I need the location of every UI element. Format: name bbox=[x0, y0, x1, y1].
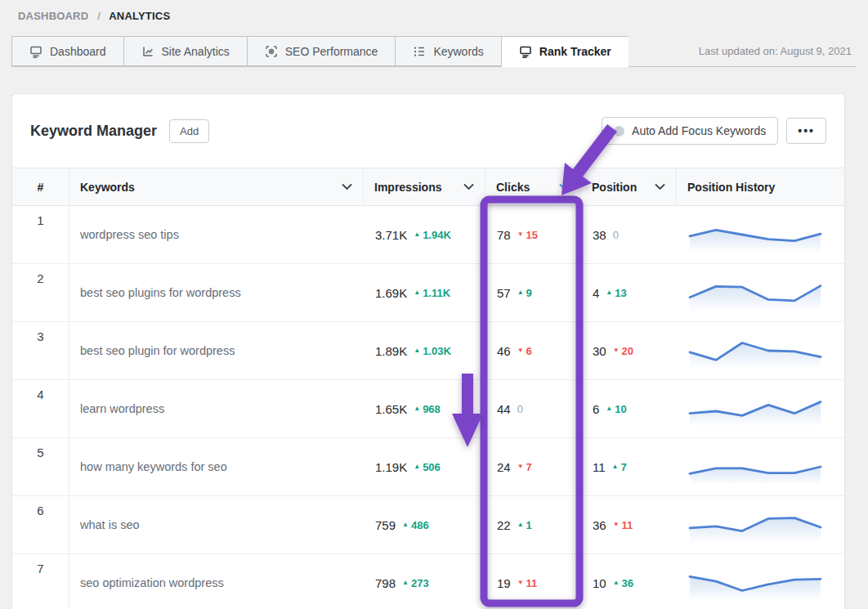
breadcrumb-dashboard[interactable]: DASHBOARD bbox=[18, 10, 88, 22]
column-header-clicks[interactable]: Clicks bbox=[485, 168, 581, 205]
metric-value: 11 bbox=[593, 460, 606, 474]
metric-value: 759 bbox=[375, 518, 396, 532]
more-options-button[interactable]: ••• bbox=[786, 118, 826, 144]
position-cell: 11▲7 bbox=[581, 438, 677, 495]
impressions-cell: 1.89K▲1.03K bbox=[364, 322, 485, 379]
column-header-number: # bbox=[12, 168, 69, 205]
metric-delta: ▼15 bbox=[517, 229, 538, 241]
table-row[interactable]: 3 best seo plugin for wordpress 1.89K▲1.… bbox=[12, 322, 844, 380]
table-row[interactable]: 7 seo optimization wordpress 798▲273 19▼… bbox=[12, 554, 844, 609]
table-row[interactable]: 2 best seo plugins for wordpress 1.69K▲1… bbox=[12, 264, 844, 322]
last-updated-text: Last updated on: August 9, 2021 bbox=[699, 45, 857, 57]
tab-rank-tracker[interactable]: Rank Tracker bbox=[501, 36, 629, 67]
delta-up-triangle-icon: ▲ bbox=[402, 522, 409, 528]
keyword-cell[interactable]: seo optimization wordpress bbox=[69, 554, 364, 609]
keyword-cell[interactable]: learn wordpress bbox=[69, 380, 364, 437]
position-cell: 380 bbox=[581, 206, 677, 263]
position-history-cell bbox=[677, 554, 844, 609]
table-row[interactable]: 6 what is seo 759▲486 22▲1 36▼11 bbox=[12, 496, 844, 554]
metric-value: 22 bbox=[497, 518, 511, 532]
metric-delta: 0 bbox=[613, 229, 619, 241]
keyword-cell[interactable]: best seo plugin for wordpress bbox=[69, 322, 364, 379]
position-cell: 36▼11 bbox=[581, 496, 677, 553]
table-row[interactable]: 1 wordpress seo tips 3.71K▲1.94K 78▼15 3… bbox=[12, 206, 844, 264]
metric-delta: ▲968 bbox=[414, 403, 441, 415]
keywords-table: # Keywords Impressions Clicks bbox=[12, 168, 844, 609]
metric-delta: ▼6 bbox=[517, 345, 532, 357]
keyword-cell[interactable]: how many keywords for seo bbox=[69, 438, 364, 495]
delta-up-triangle-icon: ▲ bbox=[517, 522, 524, 528]
rank-tracker-icon bbox=[519, 45, 532, 58]
position-history-sparkline bbox=[687, 275, 823, 311]
delta-up-triangle-icon: ▲ bbox=[606, 405, 612, 412]
metric-value: 44 bbox=[497, 402, 511, 416]
breadcrumb-separator: / bbox=[97, 10, 101, 22]
sort-chevron-clicks-icon[interactable] bbox=[559, 183, 570, 190]
tab-dashboard[interactable]: Dashboard bbox=[11, 36, 123, 66]
clicks-cell: 24▼7 bbox=[485, 438, 581, 495]
table-row[interactable]: 4 learn wordpress 1.65K▲968 440 6▲10 bbox=[12, 380, 844, 438]
column-header-keywords[interactable]: Keywords bbox=[69, 168, 364, 205]
keyword-cell[interactable]: wordpress seo tips bbox=[69, 206, 364, 263]
position-cell: 30▼20 bbox=[581, 322, 677, 379]
metric-delta: ▲1.94K bbox=[414, 229, 451, 241]
metric-delta: ▲486 bbox=[402, 519, 429, 531]
metric-delta: ▲13 bbox=[606, 287, 626, 299]
delta-down-triangle-icon: ▼ bbox=[517, 231, 524, 238]
impressions-cell: 1.65K▲968 bbox=[364, 380, 485, 437]
row-number: 5 bbox=[12, 438, 69, 495]
impressions-cell: 3.71K▲1.94K bbox=[364, 206, 485, 263]
row-number: 3 bbox=[12, 322, 69, 379]
row-number: 7 bbox=[12, 554, 69, 609]
tab-seo-performance[interactable]: SEO Performance bbox=[247, 36, 396, 66]
position-history-cell bbox=[677, 380, 844, 437]
metric-value: 57 bbox=[497, 286, 511, 300]
delta-up-triangle-icon: ▲ bbox=[414, 231, 420, 238]
sort-chevron-keywords-icon[interactable] bbox=[342, 183, 352, 190]
position-history-cell bbox=[677, 438, 844, 495]
delta-up-triangle-icon: ▲ bbox=[613, 580, 620, 586]
delta-up-triangle-icon: ▲ bbox=[612, 463, 619, 470]
sort-chevron-impressions-icon[interactable] bbox=[463, 183, 474, 190]
delta-down-triangle-icon: ▼ bbox=[517, 463, 524, 470]
clicks-cell: 440 bbox=[485, 380, 581, 437]
auto-add-focus-keywords-button[interactable]: Auto Add Focus Keywords bbox=[602, 117, 778, 145]
impressions-cell: 759▲486 bbox=[364, 496, 485, 553]
site-analytics-icon bbox=[141, 45, 154, 58]
column-header-position[interactable]: Position bbox=[581, 168, 677, 205]
impressions-cell: 1.69K▲1.11K bbox=[364, 264, 485, 321]
delta-up-triangle-icon: ▲ bbox=[414, 463, 420, 470]
tab-label: SEO Performance bbox=[285, 45, 378, 58]
position-history-cell bbox=[677, 264, 844, 321]
dashboard-icon bbox=[29, 45, 43, 58]
metric-value: 6 bbox=[593, 402, 599, 416]
metric-value: 30 bbox=[593, 344, 606, 358]
delta-up-triangle-icon: ▲ bbox=[414, 347, 420, 354]
delta-down-triangle-icon: ▼ bbox=[517, 580, 524, 586]
keywords-icon bbox=[413, 45, 426, 58]
metric-value: 798 bbox=[375, 576, 396, 590]
column-header-impressions[interactable]: Impressions bbox=[364, 168, 485, 205]
position-history-sparkline bbox=[687, 449, 823, 485]
tab-label: Keywords bbox=[433, 45, 483, 58]
metric-value: 1.65K bbox=[375, 402, 407, 416]
table-body: 1 wordpress seo tips 3.71K▲1.94K 78▼15 3… bbox=[12, 206, 844, 609]
position-history-sparkline bbox=[687, 565, 823, 601]
metric-delta: ▼20 bbox=[613, 345, 633, 357]
tab-site-analytics[interactable]: Site Analytics bbox=[123, 36, 247, 66]
keyword-cell[interactable]: best seo plugins for wordpress bbox=[69, 264, 364, 321]
position-cell: 4▲13 bbox=[581, 264, 677, 321]
position-history-sparkline bbox=[687, 217, 823, 253]
tab-keywords[interactable]: Keywords bbox=[395, 36, 500, 66]
sort-chevron-position-icon[interactable] bbox=[655, 183, 665, 190]
metric-delta: ▲1.11K bbox=[414, 287, 450, 299]
row-number: 2 bbox=[12, 264, 69, 321]
row-number: 6 bbox=[12, 496, 69, 553]
metric-delta: ▼11 bbox=[613, 519, 633, 531]
table-row[interactable]: 5 how many keywords for seo 1.19K▲506 24… bbox=[12, 438, 844, 496]
metric-value: 1.19K bbox=[375, 460, 407, 474]
keyword-cell[interactable]: what is seo bbox=[69, 496, 364, 553]
tab-label: Dashboard bbox=[50, 45, 106, 58]
add-keyword-button[interactable]: Add bbox=[169, 119, 209, 143]
metric-value: 46 bbox=[497, 344, 511, 358]
